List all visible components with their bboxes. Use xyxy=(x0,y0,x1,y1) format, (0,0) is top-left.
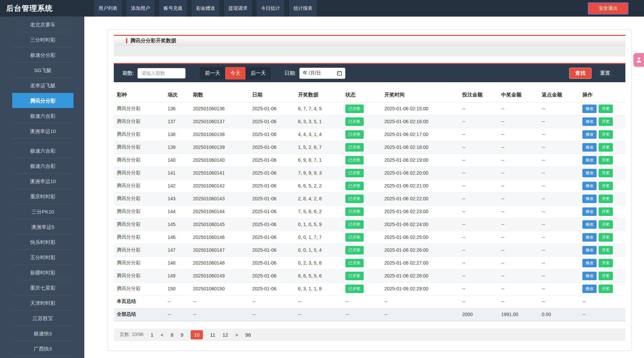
cell-numbers: 6, 6, 5, 2, 2 xyxy=(295,179,342,192)
sidebar-item[interactable]: 极速分分彩 xyxy=(12,47,73,63)
topbar-menu-item[interactable]: 添加用户 xyxy=(127,0,154,17)
draw-button[interactable]: 开奖 xyxy=(599,233,613,242)
draw-button[interactable]: 开奖 xyxy=(599,285,613,293)
draw-button[interactable]: 开奖 xyxy=(599,246,613,254)
summary-cell: -- xyxy=(249,295,295,308)
sidebar-item[interactable]: 天津时时彩 xyxy=(12,295,73,311)
sidebar-item[interactable]: 五分时时彩 xyxy=(12,250,73,265)
page-button[interactable]: < xyxy=(160,332,164,338)
sidebar-item[interactable]: 重庆七星彩 xyxy=(12,280,73,295)
page-button[interactable]: 12 xyxy=(222,332,228,338)
sidebar-item[interactable]: 三分PK10 xyxy=(12,204,73,219)
cell-rebate: -- xyxy=(539,218,579,231)
sidebar-item[interactable]: 澳洲幸运5 xyxy=(12,219,73,234)
sidebar-item[interactable]: 广西快3 xyxy=(12,341,73,356)
cell-actions: 修改开奖 xyxy=(579,205,625,218)
draw-button[interactable]: 开奖 xyxy=(599,143,613,152)
edit-button[interactable]: 修改 xyxy=(582,156,597,164)
cell-round: 146 xyxy=(165,231,190,244)
draw-button[interactable]: 开奖 xyxy=(599,207,613,216)
draw-button[interactable]: 开奖 xyxy=(599,117,613,126)
sidebar-item[interactable]: 新疆时时彩 xyxy=(12,265,73,280)
sidebar-item[interactable]: SG飞艇 xyxy=(12,63,73,78)
edit-button[interactable]: 修改 xyxy=(582,169,597,177)
edit-button[interactable]: 修改 xyxy=(582,117,597,126)
cell-lottery: 腾讯分分彩 xyxy=(114,244,165,256)
topbar-menu-item[interactable]: 账号充值 xyxy=(159,0,187,17)
edit-button[interactable]: 修改 xyxy=(582,259,597,267)
draw-button[interactable]: 开奖 xyxy=(599,272,613,280)
edit-button[interactable]: 修改 xyxy=(582,143,597,152)
page-button[interactable]: 8 xyxy=(171,332,173,338)
topbar-menu-item[interactable]: 用户列表 xyxy=(94,0,122,17)
issue-input[interactable] xyxy=(137,68,186,79)
sidebar-item[interactable]: 极速六合彩 xyxy=(12,143,73,158)
draw-button[interactable]: 开奖 xyxy=(599,156,613,164)
page-button[interactable]: 96 xyxy=(245,332,251,338)
edit-button[interactable]: 修改 xyxy=(582,195,597,203)
sidebar-item[interactable]: 极速六合彩 xyxy=(12,158,73,174)
draw-button[interactable]: 开奖 xyxy=(599,259,613,267)
sidebar-item[interactable]: 江苏骰宝 xyxy=(12,311,73,326)
edit-button[interactable]: 修改 xyxy=(582,220,597,229)
prev-day-button[interactable]: 前一天 xyxy=(200,67,225,80)
sidebar-item[interactable]: 极速快3 xyxy=(12,326,73,341)
cell-bet: -- xyxy=(459,154,498,166)
cell-bet: -- xyxy=(459,102,498,115)
edit-button[interactable]: 修改 xyxy=(582,233,597,242)
cell-actions: 修改开奖 xyxy=(579,218,625,231)
sidebar-item[interactable]: 老北京赛车 xyxy=(12,17,73,32)
cell-date: 2025-01-06 xyxy=(249,179,295,192)
cell-round: 150 xyxy=(165,282,190,295)
page-button[interactable]: 11 xyxy=(210,332,215,338)
topbar-menu-item[interactable]: 今日统计 xyxy=(257,0,284,17)
cell-round: 144 xyxy=(165,205,190,218)
cell-numbers: 1, 5, 2, 6, 7 xyxy=(295,141,342,154)
draw-button[interactable]: 开奖 xyxy=(599,169,613,177)
calendar-icon xyxy=(337,71,342,76)
edit-button[interactable]: 修改 xyxy=(582,285,597,293)
sidebar-item[interactable]: 老幸运飞艇 xyxy=(12,78,73,93)
floating-widget[interactable] xyxy=(634,53,644,67)
edit-button[interactable]: 修改 xyxy=(582,207,597,216)
draw-button[interactable]: 开奖 xyxy=(599,105,613,113)
sidebar-item[interactable]: 腾讯分分彩 xyxy=(12,93,73,108)
cell-issue: 202501060144 xyxy=(190,205,249,218)
sidebar-item[interactable]: 快乐时时彩 xyxy=(12,234,73,250)
draw-button[interactable]: 开奖 xyxy=(599,195,613,203)
draw-button[interactable]: 开奖 xyxy=(599,220,613,229)
page-button[interactable]: 9 xyxy=(180,332,183,338)
edit-button[interactable]: 修改 xyxy=(582,272,597,280)
cell-status: 已开奖 xyxy=(342,231,381,244)
page-button[interactable]: > xyxy=(235,332,238,338)
table-row: 腾讯分分彩1382025010601382025-01-064, 4, 3, 1… xyxy=(114,128,625,141)
today-button[interactable]: 今天 xyxy=(225,67,245,80)
cell-round: 142 xyxy=(165,179,190,192)
draw-button[interactable]: 开奖 xyxy=(599,182,613,190)
cell-date: 2025-01-06 xyxy=(249,205,295,218)
topbar-menu-item[interactable]: 统计报表 xyxy=(289,0,317,17)
cell-status: 已开奖 xyxy=(342,179,381,192)
search-button[interactable]: 查找 xyxy=(569,68,592,79)
page-button[interactable]: 10 xyxy=(191,330,203,339)
cell-numbers: 6, 9, 8, 7, 1 xyxy=(295,154,342,166)
cell-actions: 修改开奖 xyxy=(579,269,625,282)
topbar-menu-item[interactable]: 彩金赠送 xyxy=(192,0,219,17)
sidebar-item[interactable]: 澳洲幸运10 xyxy=(12,174,73,189)
sidebar-item[interactable]: 三分时时彩 xyxy=(12,32,73,47)
edit-button[interactable]: 修改 xyxy=(582,130,597,139)
reset-button[interactable]: 重置 xyxy=(595,68,615,79)
next-day-button[interactable]: 后一天 xyxy=(245,67,271,80)
topbar-menu-item[interactable]: 提现请求 xyxy=(224,0,252,17)
edit-button[interactable]: 修改 xyxy=(582,105,597,113)
date-input[interactable]: 年 /月/日 xyxy=(299,68,345,79)
sidebar-item[interactable]: 澳洲幸运10 xyxy=(12,124,73,139)
edit-button[interactable]: 修改 xyxy=(582,182,597,190)
sidebar-item[interactable]: 重庆时时彩 xyxy=(12,189,73,204)
logout-button[interactable]: 安全退出 xyxy=(588,2,628,15)
edit-button[interactable]: 修改 xyxy=(582,246,597,254)
status-badge: 已开奖 xyxy=(345,285,364,293)
page-button[interactable]: 1 xyxy=(151,332,153,338)
draw-button[interactable]: 开奖 xyxy=(599,130,613,139)
sidebar-item[interactable]: 极速六合彩 xyxy=(12,108,73,124)
